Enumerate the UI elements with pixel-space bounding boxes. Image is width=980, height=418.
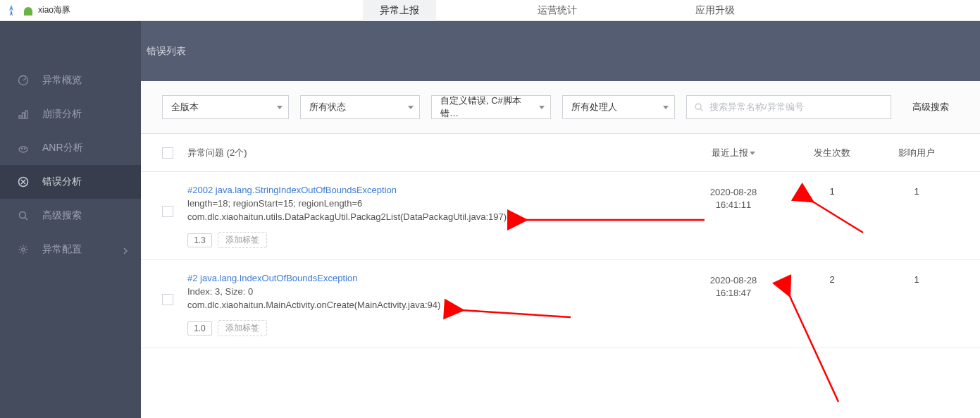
filter-status-value: 所有状态 <box>309 101 346 113</box>
android-icon <box>24 7 32 16</box>
filters-bar: 全版本 所有状态 自定义错误, C#脚本错… 所有处理人 搜索异常名称/异常编号… <box>141 81 980 134</box>
filter-status[interactable]: 所有状态 <box>300 95 420 119</box>
sidebar-item-anr[interactable]: ANR分析 <box>0 131 141 165</box>
sidebar-item-error[interactable]: 错误分析 <box>0 165 141 199</box>
row-main: #2002 java.lang.StringIndexOutOfBoundsEx… <box>187 185 677 248</box>
caret-down-icon <box>539 106 545 109</box>
issue-detail-2: com.dlc.xiaohaitun.utils.DataPackagUtil.… <box>187 211 677 222</box>
table-row: #2002 java.lang.StringIndexOutOfBoundsEx… <box>141 172 980 260</box>
cell-date: 2020-08-28 <box>677 186 790 199</box>
advanced-search-link[interactable]: 高级搜索 <box>903 95 959 119</box>
anr-icon <box>17 142 30 154</box>
sidebar-item-overview[interactable]: 异常概览 <box>0 63 141 97</box>
version-badge: 1.0 <box>187 321 212 336</box>
table-body: #2002 java.lang.StringIndexOutOfBoundsEx… <box>141 172 980 348</box>
sidebar-item-config[interactable]: 异常配置 <box>0 233 141 266</box>
cell-time-value: 16:18:47 <box>677 287 790 300</box>
page-title: 错误列表 <box>147 45 186 58</box>
tab-ops-stats[interactable]: 运营统计 <box>521 0 594 21</box>
col-header-users[interactable]: 影响用户 <box>874 147 959 159</box>
add-tag-button[interactable]: 添加标签 <box>218 320 267 336</box>
caret-down-icon <box>277 106 283 109</box>
sidebar-item-label: 错误分析 <box>42 176 82 188</box>
top-nav: 异常上报 运营统计 应用升级 <box>141 0 980 21</box>
sidebar-item-search[interactable]: 高级搜索 <box>0 199 141 233</box>
col-header-title: 异常问题 (2个) <box>187 147 677 159</box>
select-all-checkbox[interactable] <box>162 147 173 159</box>
svg-point-10 <box>695 104 701 109</box>
app-name: xiao海豚 <box>38 4 70 16</box>
svg-rect-3 <box>25 111 27 118</box>
sidebar-item-crash[interactable]: 崩溃分析 <box>0 97 141 131</box>
svg-point-0 <box>19 76 28 85</box>
issue-link[interactable]: #2 java.lang.IndexOutOfBoundsException <box>187 273 357 283</box>
filter-assignee[interactable]: 所有处理人 <box>562 95 675 119</box>
svg-point-9 <box>22 248 25 251</box>
row-checkbox[interactable] <box>162 206 173 217</box>
sidebar-item-label: 崩溃分析 <box>42 108 82 121</box>
tab-crash-report[interactable]: 异常上报 <box>363 0 436 21</box>
gear-icon <box>17 243 30 256</box>
table-header: 异常问题 (2个) 最近上报 发生次数 影响用户 <box>141 134 980 172</box>
cell-time: 2020-08-28 16:18:47 <box>677 273 790 336</box>
chevron-right-icon <box>123 245 128 257</box>
sidebar-item-label: 异常配置 <box>42 243 82 256</box>
cell-users: 1 <box>874 185 959 248</box>
issue-link[interactable]: #2002 java.lang.StringIndexOutOfBoundsEx… <box>187 185 397 195</box>
dashboard-icon <box>17 74 30 87</box>
row-main: #2 java.lang.IndexOutOfBoundsException I… <box>187 273 677 336</box>
svg-point-8 <box>20 212 26 219</box>
row-checkbox[interactable] <box>162 294 173 305</box>
search-icon <box>694 102 704 112</box>
cell-count: 2 <box>790 273 874 336</box>
search-input[interactable]: 搜索异常名称/异常编号 <box>686 95 891 119</box>
error-icon <box>17 176 30 188</box>
tab-app-upgrade[interactable]: 应用升级 <box>678 0 752 21</box>
sidebar: xiao海豚 异常概览 崩溃分析 ANR分析 错误分析 高级搜索 异常配置 <box>0 0 141 418</box>
sort-desc-icon <box>750 152 755 155</box>
sidebar-item-label: ANR分析 <box>42 142 83 154</box>
caret-down-icon <box>663 106 669 109</box>
app-logo-icon <box>4 4 18 18</box>
filter-assignee-value: 所有处理人 <box>571 101 617 113</box>
filter-error-type[interactable]: 自定义错误, C#脚本错… <box>431 95 551 119</box>
cell-date: 2020-08-28 <box>677 274 790 287</box>
crash-icon <box>17 108 30 121</box>
cell-time-value: 16:41:11 <box>677 199 790 211</box>
sidebar-top: xiao海豚 <box>0 0 141 21</box>
sidebar-item-label: 异常概览 <box>42 74 82 87</box>
filter-version-value: 全版本 <box>171 101 199 113</box>
issue-detail-1: Index: 3, Size: 0 <box>187 286 677 297</box>
col-header-time-label: 最近上报 <box>712 147 748 158</box>
col-header-time[interactable]: 最近上报 <box>677 147 790 159</box>
search-icon <box>17 209 30 222</box>
svg-rect-2 <box>23 113 25 118</box>
cell-time: 2020-08-28 16:41:11 <box>677 185 790 248</box>
issue-detail-1: length=18; regionStart=15; regionLength=… <box>187 198 677 209</box>
cell-users: 1 <box>874 273 959 336</box>
svg-point-4 <box>19 147 27 152</box>
search-placeholder: 搜索异常名称/异常编号 <box>709 101 804 113</box>
version-badge: 1.3 <box>187 233 212 247</box>
svg-point-6 <box>24 148 25 149</box>
svg-rect-1 <box>19 116 21 118</box>
filter-error-type-value: 自定义错误, C#脚本错… <box>440 94 532 120</box>
add-tag-button[interactable]: 添加标签 <box>218 232 267 248</box>
filter-version[interactable]: 全版本 <box>162 95 289 119</box>
sidebar-menu: 异常概览 崩溃分析 ANR分析 错误分析 高级搜索 异常配置 <box>0 21 141 266</box>
issue-detail-2: com.dlc.xiaohaitun.MainActivity.onCreate… <box>187 300 677 310</box>
sidebar-item-label: 高级搜索 <box>42 209 82 222</box>
col-header-count[interactable]: 发生次数 <box>790 147 874 159</box>
caret-down-icon <box>408 106 414 109</box>
svg-point-5 <box>21 148 22 149</box>
cell-count: 1 <box>790 185 874 248</box>
sub-header: 错误列表 <box>141 21 980 81</box>
table-row: #2 java.lang.IndexOutOfBoundsException I… <box>141 260 980 348</box>
